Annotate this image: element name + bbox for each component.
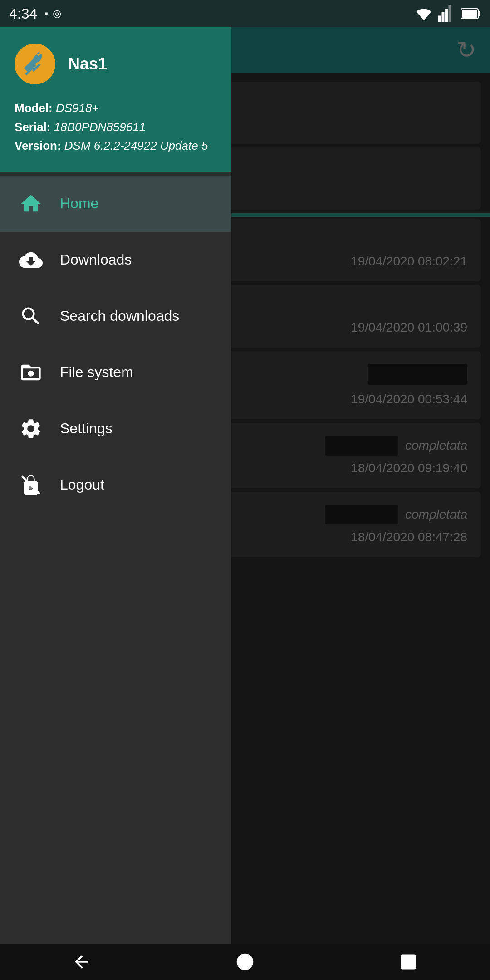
avatar	[15, 44, 55, 84]
signal-icon	[438, 5, 455, 22]
svg-rect-1	[442, 12, 445, 22]
home-label: Home	[60, 195, 98, 212]
notification-icon: ◎	[53, 8, 61, 20]
svg-rect-3	[449, 5, 451, 22]
sidebar-item-settings[interactable]: Settings	[0, 401, 231, 457]
svg-rect-2	[445, 9, 448, 22]
version-value: DSM 6.2.2-24922 Update 5	[64, 139, 208, 152]
home-nav-icon	[235, 952, 255, 972]
svg-rect-5	[462, 10, 477, 18]
sim-icon: ▪	[44, 8, 48, 20]
version-label: Version:	[15, 139, 61, 152]
status-left: 4:34 ▪ ◎	[9, 5, 61, 22]
drawer-nav: Home Downloads Search downloads	[0, 172, 231, 944]
sidebar-item-logout[interactable]: Logout	[0, 457, 231, 513]
status-system-icons: ▪ ◎	[44, 8, 61, 20]
back-icon	[72, 952, 92, 972]
sidebar-item-home[interactable]: Home	[0, 176, 231, 232]
svg-rect-0	[438, 16, 441, 22]
search-downloads-label: Search downloads	[60, 308, 179, 324]
bottom-nav	[0, 944, 490, 980]
logout-label: Logout	[60, 476, 104, 493]
svg-point-11	[237, 954, 254, 970]
downloads-icon	[16, 245, 45, 274]
sidebar-item-downloads[interactable]: Downloads	[0, 232, 231, 288]
version-row: Version: DSM 6.2.2-24922 Update 5	[15, 137, 217, 156]
battery-icon	[461, 8, 481, 20]
settings-icon	[16, 414, 45, 443]
svg-rect-6	[478, 11, 480, 16]
status-right	[416, 5, 481, 22]
svg-point-9	[28, 370, 34, 376]
serial-value: 18B0PDN859611	[54, 120, 146, 134]
device-name: Nas1	[68, 54, 107, 74]
logout-icon	[16, 470, 45, 500]
search-icon	[16, 302, 45, 331]
recents-icon	[398, 952, 418, 972]
drawer-header: Nas1 Model: DS918+ Serial: 18B0PDN859611…	[0, 27, 231, 172]
file-system-icon	[16, 358, 45, 387]
status-time: 4:34	[9, 5, 37, 22]
drawer-info: Model: DS918+ Serial: 18B0PDN859611 Vers…	[15, 99, 217, 156]
nav-drawer: Nas1 Model: DS918+ Serial: 18B0PDN859611…	[0, 27, 231, 944]
svg-rect-12	[401, 955, 416, 970]
model-row: Model: DS918+	[15, 99, 217, 118]
status-bar: 4:34 ▪ ◎	[0, 0, 490, 27]
tool-icon	[15, 44, 55, 84]
file-system-label: File system	[60, 364, 133, 381]
settings-label: Settings	[60, 420, 113, 437]
wifi-icon	[416, 5, 432, 22]
serial-label: Serial:	[15, 120, 51, 134]
model-value: DS918+	[56, 101, 99, 115]
back-button[interactable]	[64, 944, 100, 980]
sidebar-item-file-system[interactable]: File system	[0, 344, 231, 401]
recents-button[interactable]	[390, 944, 426, 980]
drawer-profile: Nas1	[15, 44, 217, 84]
serial-row: Serial: 18B0PDN859611	[15, 118, 217, 137]
sidebar-item-search-downloads[interactable]: Search downloads	[0, 288, 231, 344]
home-icon	[16, 189, 45, 218]
home-button[interactable]	[227, 944, 263, 980]
model-label: Model:	[15, 101, 53, 115]
downloads-label: Downloads	[60, 251, 132, 268]
